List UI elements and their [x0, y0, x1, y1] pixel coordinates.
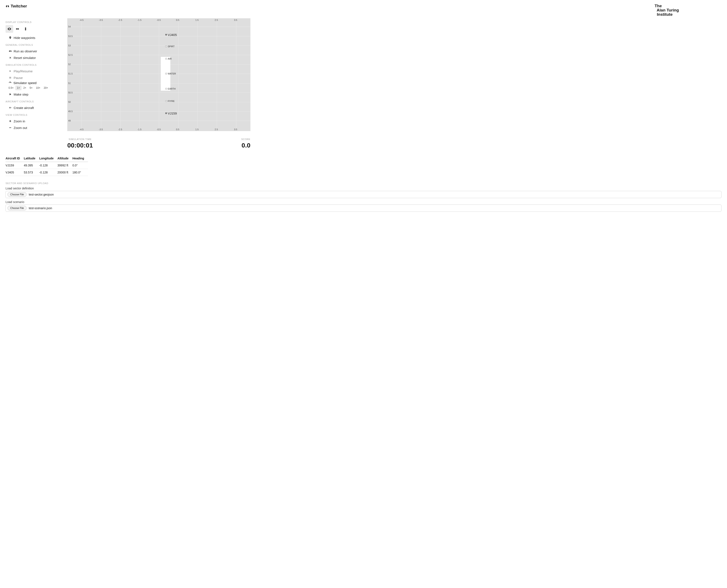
section-general: GENERAL CONTROLS — [5, 44, 59, 46]
y-tick: 50.5 — [68, 91, 73, 94]
waypoint-marker[interactable] — [165, 100, 167, 102]
hide-waypoints-button[interactable]: Hide waypoints — [5, 35, 59, 41]
y-tick: 50 — [68, 101, 71, 103]
y-tick: 52.5 — [68, 54, 73, 56]
section-simulation: SIMULATION CONTROLS — [5, 64, 59, 66]
zoom-in-button[interactable]: Zoom in — [5, 118, 59, 125]
pin-icon — [8, 36, 12, 39]
pause-button[interactable]: Pause — [5, 75, 59, 81]
aircraft-marker[interactable] — [165, 112, 167, 114]
sector-file-input[interactable]: Choose File test-sector.geojson — [5, 191, 722, 198]
x-tick: 0.5 — [176, 19, 179, 21]
x-tick: 2.5 — [215, 19, 218, 21]
toggle-vertical-button[interactable] — [22, 25, 29, 33]
x-tick: -3.5 — [99, 128, 103, 131]
x-tick: -1.5 — [137, 128, 141, 131]
waypoint-marker[interactable] — [165, 88, 167, 90]
speed-10×[interactable]: 10× — [34, 86, 42, 90]
x-tick: 3.5 — [234, 128, 237, 131]
x-tick: -2.5 — [118, 19, 122, 21]
score-label: SCORE — [241, 138, 250, 141]
y-tick: 53 — [68, 44, 71, 47]
y-tick: 51.5 — [68, 72, 73, 75]
sim-time-label: SIMULATION TIME — [67, 138, 93, 141]
arrows-vertical-icon — [23, 27, 28, 31]
binoculars-icon — [5, 4, 9, 8]
y-tick: 49 — [68, 119, 71, 122]
x-tick: 3.5 — [234, 19, 237, 21]
choose-file-button[interactable]: Choose File — [7, 206, 27, 210]
plus-icon — [8, 120, 12, 122]
waypoint-label: SPIRT — [168, 45, 175, 48]
waypoint-label: EARTH — [168, 87, 176, 90]
zoom-out-button[interactable]: Zoom out — [5, 125, 59, 131]
play-resume-button[interactable]: Play/Resume — [5, 68, 59, 75]
col-header: Altitude — [58, 155, 73, 162]
y-tick: 53.5 — [68, 35, 73, 38]
col-header: Aircraft ID — [5, 155, 24, 162]
table-row: VJ40553.573-0.12820000 ft180.0° — [5, 169, 88, 176]
speed-0.5×[interactable]: 0.5× — [7, 86, 15, 90]
gauge-icon — [8, 81, 12, 84]
make-step-button[interactable]: Make step — [5, 91, 59, 98]
aircraft-marker[interactable] — [165, 34, 167, 36]
y-tick: 49.5 — [68, 110, 73, 112]
run-observer-button[interactable]: Run as observer — [5, 48, 59, 55]
speed-2×[interactable]: 2× — [21, 86, 28, 90]
create-aircraft-button[interactable]: Create aircraft — [5, 104, 59, 111]
aircraft-table: Aircraft IDLatitudeLongitudeAltitudeHead… — [5, 155, 88, 176]
waypoint-marker[interactable] — [165, 45, 167, 47]
waypoint-label: FIYRE — [168, 100, 175, 102]
col-header: Longitude — [39, 155, 58, 162]
step-icon — [8, 93, 12, 96]
x-tick: -0.5 — [157, 19, 161, 21]
section-display: DISPLAY CONTROLS — [5, 21, 59, 23]
section-view: VIEW CONTROLS — [5, 114, 59, 116]
y-tick: 54 — [68, 25, 71, 28]
y-tick: 51 — [68, 82, 71, 84]
simulator-speed-label: Simulator speed — [5, 81, 59, 85]
x-tick: -3.5 — [99, 19, 103, 21]
col-header: Heading — [73, 155, 88, 162]
waypoint-marker[interactable] — [165, 73, 167, 75]
reset-simulator-button[interactable]: Reset simulator — [5, 55, 59, 61]
pause-icon — [8, 77, 12, 79]
table-row: VJ15949.395-0.12839992 ft0.0° — [5, 162, 88, 169]
sector-file-name: test-sector.geojson — [29, 193, 54, 196]
sim-time-value: 00:00:01 — [67, 142, 93, 149]
aircraft-label: VJ405 — [168, 33, 177, 37]
sector-upload-label: Load sector definition — [5, 187, 722, 190]
scenario-file-name: test-scenario.json — [29, 206, 52, 210]
map-plot[interactable]: -4.5-4.5-3.5-3.5-2.5-2.5-1.5-1.5-0.5-0.5… — [67, 18, 250, 131]
x-tick: -0.5 — [157, 128, 161, 131]
aircraft-label: VJ159 — [168, 112, 177, 115]
x-tick: -4.5 — [79, 19, 83, 21]
speed-20×[interactable]: 20× — [42, 86, 49, 90]
section-upload: SECTOR AND SCENARIO UPLOAD — [5, 182, 722, 185]
speed-5×[interactable]: 5× — [28, 86, 34, 90]
x-tick: 1.5 — [195, 128, 199, 131]
waypoint-label: WATER — [168, 72, 176, 75]
scenario-file-input[interactable]: Choose File test-scenario.json — [5, 205, 722, 212]
app-brand: Twitcher — [5, 4, 27, 8]
toggle-horizontal-button[interactable] — [14, 25, 21, 33]
section-aircraft: AIRCRAFT CONTROLS — [5, 100, 59, 103]
scenario-upload-label: Load scenario — [5, 200, 722, 204]
x-tick: -2.5 — [118, 128, 122, 131]
minus-icon — [8, 126, 12, 129]
speed-1×[interactable]: 1× — [15, 86, 22, 90]
waypoint-label: AIR — [168, 58, 171, 60]
close-icon — [8, 57, 12, 59]
toggle-visibility-button[interactable] — [5, 25, 13, 33]
x-tick: -4.5 — [79, 128, 83, 131]
choose-file-button[interactable]: Choose File — [7, 192, 27, 197]
x-tick: 1.5 — [195, 19, 199, 21]
waypoint-marker[interactable] — [165, 58, 167, 60]
play-icon — [8, 70, 12, 72]
score-value: 0.0 — [241, 142, 250, 149]
arrows-horizontal-icon — [15, 27, 20, 31]
col-header: Latitude — [24, 155, 39, 162]
plane-icon — [8, 106, 12, 109]
x-tick: 2.5 — [215, 128, 218, 131]
binoculars-icon — [8, 49, 12, 52]
